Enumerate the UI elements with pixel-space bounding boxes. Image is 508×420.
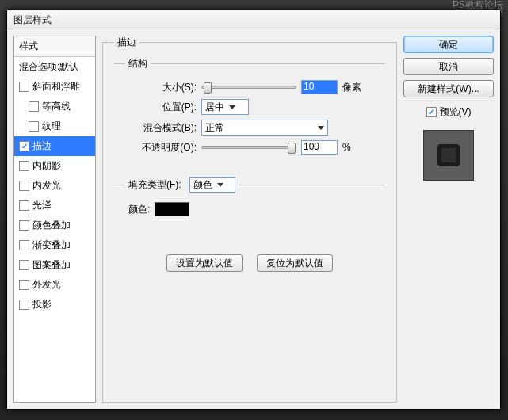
sidebar-item-label: 光泽 xyxy=(32,199,52,212)
checkbox-icon[interactable] xyxy=(19,220,29,231)
fill-type-label: 填充类型(F): xyxy=(128,179,181,190)
structure-legend: 结构 xyxy=(125,57,151,71)
sidebar-item-label: 颜色叠加 xyxy=(32,219,71,232)
fill-type-value: 颜色 xyxy=(193,178,212,192)
sidebar-item-label: 纹理 xyxy=(42,120,61,133)
opacity-label: 不透明度(O): xyxy=(125,141,197,155)
fill-fieldset: 填充类型(F): 颜色 颜色: xyxy=(114,177,385,232)
chevron-down-icon xyxy=(217,183,223,187)
opacity-slider[interactable] xyxy=(201,146,296,149)
sidebar-item-pattern-overlay[interactable]: 图案叠加 xyxy=(14,255,95,275)
sidebar-header[interactable]: 样式 xyxy=(14,36,95,57)
sidebar-item-gradient-overlay[interactable]: 渐变叠加 xyxy=(14,235,95,255)
make-default-button[interactable]: 设置为默认值 xyxy=(166,254,243,272)
checkbox-icon[interactable] xyxy=(19,260,29,270)
sidebar-item-label: 描边 xyxy=(32,139,52,153)
new-style-button[interactable]: 新建样式(W)... xyxy=(403,80,494,97)
size-row: 大小(S): 10 像素 xyxy=(125,80,374,94)
preview-label: 预览(V) xyxy=(440,105,472,119)
sidebar-blend-label: 混合选项:默认 xyxy=(19,60,78,74)
window-chrome: PS教程论坛 BBS.16XX8.COM 图层样式 样式 混合选项:默认 斜面和… xyxy=(0,0,508,420)
default-buttons-row: 设置为默认值 复位为默认值 xyxy=(114,254,385,272)
checkbox-icon[interactable] xyxy=(19,240,29,250)
chevron-down-icon xyxy=(318,126,324,130)
fill-legend: 填充类型(F): 颜色 xyxy=(125,177,239,193)
stroke-legend: 描边 xyxy=(114,36,139,49)
dialog-title: 图层样式 xyxy=(7,10,500,29)
sidebar-item-stroke[interactable]: ✔ 描边 xyxy=(14,136,95,156)
right-column: 确定 取消 新建样式(W)... ✔ 预览(V) xyxy=(403,36,494,403)
structure-fieldset: 结构 大小(S): 10 像素 位置(P): 居中 xyxy=(114,57,385,170)
sidebar-item-outer-glow[interactable]: 外发光 xyxy=(14,275,95,295)
slider-thumb-icon[interactable] xyxy=(288,143,296,154)
color-row: 颜色: xyxy=(125,202,374,216)
sidebar-item-inner-glow[interactable]: 内发光 xyxy=(14,176,95,196)
reset-default-button[interactable]: 复位为默认值 xyxy=(257,254,333,272)
slider-thumb-icon[interactable] xyxy=(204,82,212,94)
fill-type-select[interactable]: 颜色 xyxy=(189,177,235,193)
sidebar-item-color-overlay[interactable]: 颜色叠加 xyxy=(14,216,95,235)
checkbox-icon[interactable] xyxy=(19,280,29,290)
checkbox-icon[interactable] xyxy=(19,181,29,191)
preview-thumbnail xyxy=(423,130,474,181)
sidebar-item-contour[interactable]: 等高线 xyxy=(14,97,95,116)
position-select[interactable]: 居中 xyxy=(201,99,249,115)
checkbox-icon[interactable] xyxy=(19,300,29,310)
sidebar-item-label: 等高线 xyxy=(42,100,71,113)
sidebar-item-texture[interactable]: 纹理 xyxy=(14,116,95,136)
checkbox-icon[interactable] xyxy=(19,161,29,171)
ok-button[interactable]: 确定 xyxy=(403,36,494,53)
sidebar-item-drop-shadow[interactable]: 投影 xyxy=(14,295,95,315)
size-slider[interactable] xyxy=(201,86,296,89)
preview-row: ✔ 预览(V) xyxy=(403,105,494,119)
sidebar-blend-options[interactable]: 混合选项:默认 xyxy=(14,57,95,77)
blendmode-label: 混合模式(B): xyxy=(125,121,197,135)
sidebar-item-label: 图案叠加 xyxy=(32,258,71,272)
sidebar-item-bevel[interactable]: 斜面和浮雕 xyxy=(14,77,95,97)
checkbox-icon[interactable] xyxy=(19,200,29,211)
opacity-input[interactable]: 100 xyxy=(301,140,338,155)
opacity-row: 不透明度(O): 100 % xyxy=(125,140,374,155)
blendmode-value: 正常 xyxy=(205,121,224,135)
sidebar-item-label: 斜面和浮雕 xyxy=(32,80,80,94)
size-label: 大小(S): xyxy=(125,81,197,94)
sidebar-item-inner-shadow[interactable]: 内阴影 xyxy=(14,156,95,176)
color-label: 颜色: xyxy=(128,203,150,216)
sidebar-item-label: 内阴影 xyxy=(32,159,61,173)
position-label: 位置(P): xyxy=(125,101,197,114)
checkbox-icon[interactable] xyxy=(19,82,29,92)
position-value: 居中 xyxy=(205,101,224,114)
checkbox-icon[interactable] xyxy=(29,101,39,112)
sidebar-item-satin[interactable]: 光泽 xyxy=(14,196,95,216)
position-row: 位置(P): 居中 xyxy=(125,99,374,115)
stroke-fieldset: 描边 结构 大小(S): 10 像素 位置(P): xyxy=(102,36,397,403)
sidebar-item-label: 内发光 xyxy=(32,179,61,193)
preview-checkbox[interactable]: ✔ xyxy=(426,107,437,117)
size-input[interactable]: 10 xyxy=(301,80,338,94)
blendmode-select[interactable]: 正常 xyxy=(201,120,328,136)
checkbox-icon[interactable] xyxy=(29,121,39,132)
size-unit: 像素 xyxy=(342,81,361,94)
sidebar-item-label: 外发光 xyxy=(32,278,61,292)
sidebar-item-label: 渐变叠加 xyxy=(32,239,71,252)
preview-swatch-icon xyxy=(437,144,460,166)
chevron-down-icon xyxy=(229,105,235,109)
blendmode-row: 混合模式(B): 正常 xyxy=(125,120,374,136)
opacity-unit: % xyxy=(342,142,351,153)
style-sidebar: 样式 混合选项:默认 斜面和浮雕 等高线 纹理 ✔ xyxy=(13,36,96,403)
checkbox-icon[interactable]: ✔ xyxy=(19,141,29,151)
layer-style-dialog: 图层样式 样式 混合选项:默认 斜面和浮雕 等高线 纹理 xyxy=(6,10,501,410)
cancel-button[interactable]: 取消 xyxy=(403,58,494,75)
main-panel: 描边 结构 大小(S): 10 像素 位置(P): xyxy=(102,36,397,403)
sidebar-item-label: 投影 xyxy=(32,298,52,311)
color-swatch[interactable] xyxy=(155,202,189,216)
